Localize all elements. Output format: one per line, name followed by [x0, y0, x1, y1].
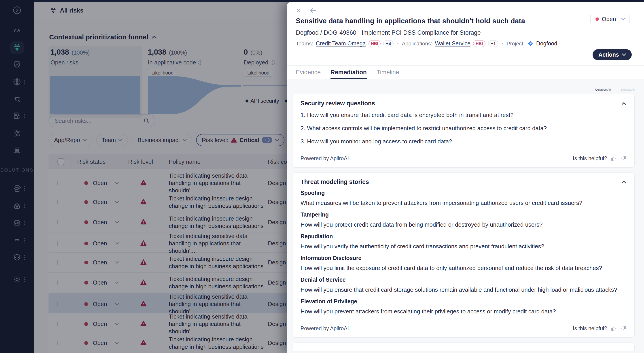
card-title: Threat modeling stories — [300, 179, 369, 185]
teams-label: Teams: — [296, 41, 313, 47]
risk-detail-drawer: ✕ Sensitive data handling in application… — [287, 2, 644, 353]
tab-remediation[interactable]: Remediation — [330, 66, 367, 79]
hbi-badge: HBI — [368, 40, 381, 47]
chevron-down-icon — [622, 54, 626, 56]
helpful-label: Is this helpful? — [573, 325, 607, 331]
drawer-tabs: Evidence Remediation Timeline — [287, 65, 644, 79]
security-question: 3. How will you monitor and log access t… — [300, 137, 626, 146]
app-root: SOLUTIONS API — [0, 0, 644, 353]
threat-question: What measures will be taken to prevent a… — [300, 199, 626, 207]
threat-category: Information Disclosure — [300, 254, 626, 262]
security-questions-list: 1. How will you ensure that credit card … — [300, 111, 626, 146]
team-link[interactable]: Credit Team Omega — [316, 40, 366, 47]
actions-button[interactable]: Actions — [592, 49, 632, 60]
threat-category: Spoofing — [300, 189, 626, 197]
security-question: 1. How will you ensure that credit card … — [300, 111, 626, 119]
powered-by-label: Powered by ApiiroAI — [300, 155, 349, 162]
more-applications-badge[interactable]: +1 — [488, 40, 498, 47]
drawer-content: Collapse All Expand All Security review … — [287, 79, 644, 353]
status-dropdown[interactable]: Open — [590, 14, 630, 24]
risk-subtitle: Dogfood / DOG-49360 - Implement PCI DSS … — [296, 29, 635, 36]
thumbs-down-icon[interactable] — [620, 155, 626, 162]
project-label: Project: — [506, 41, 524, 47]
chevron-up-icon[interactable] — [622, 102, 626, 105]
tab-timeline[interactable]: Timeline — [376, 66, 399, 79]
next-card-partial — [292, 342, 634, 351]
threat-modeling-stories-card: Threat modeling stories SpoofingWhat mea… — [292, 172, 634, 337]
collapse-all-button[interactable]: Collapse All — [595, 88, 611, 91]
expand-all-button[interactable]: Expand All — [620, 88, 634, 91]
project-diamond-icon — [528, 41, 534, 47]
threat-question: How will you ensure that credit card sto… — [300, 286, 626, 294]
more-teams-badge[interactable]: +4 — [383, 40, 394, 47]
helpful-label: Is this helpful? — [573, 155, 607, 162]
threat-category: Tampering — [300, 211, 626, 218]
threat-question: How will you protect credit card data fr… — [300, 221, 626, 229]
threat-question: How will you verify the authenticity of … — [300, 242, 626, 250]
threat-question: How will you prevent attackers from esca… — [300, 307, 626, 316]
chevron-down-icon — [621, 18, 626, 20]
tab-evidence[interactable]: Evidence — [296, 66, 321, 79]
security-question: 2. What access controls will be implemen… — [300, 124, 626, 132]
hbi-badge: HBI — [473, 40, 486, 47]
back-arrow-icon[interactable] — [310, 8, 316, 14]
close-icon[interactable]: ✕ — [296, 8, 301, 14]
applications-label: Applications: — [402, 41, 432, 47]
threat-question: How will you limit the exposure of credi… — [300, 264, 626, 272]
chevron-up-icon[interactable] — [622, 181, 626, 184]
application-link[interactable]: Wallet Service — [435, 40, 470, 47]
threat-items-list: SpoofingWhat measures will be taken to p… — [300, 189, 626, 316]
card-title: Security review questions — [300, 100, 375, 107]
powered-by-label: Powered by ApiiroAI — [300, 325, 349, 331]
thumbs-up-icon[interactable] — [611, 155, 617, 162]
project-name[interactable]: Dogfood — [536, 40, 558, 47]
card-divider — [300, 321, 626, 321]
threat-category: Elevation of Privilege — [300, 297, 626, 305]
thumbs-down-icon[interactable] — [620, 325, 626, 331]
threat-category: Denial of Service — [300, 276, 626, 283]
risk-meta-row: Teams: Credit Team Omega HBI +4 · Applic… — [296, 40, 635, 47]
drawer-header: ✕ Sensitive data handling in application… — [287, 2, 644, 47]
threat-category: Repudiation — [300, 232, 626, 240]
open-status-dot — [596, 18, 599, 21]
risk-title: Sensitive data handling in applications … — [296, 17, 635, 25]
thumbs-up-icon[interactable] — [611, 325, 617, 331]
security-review-questions-card: Security review questions 1. How will yo… — [292, 94, 634, 168]
